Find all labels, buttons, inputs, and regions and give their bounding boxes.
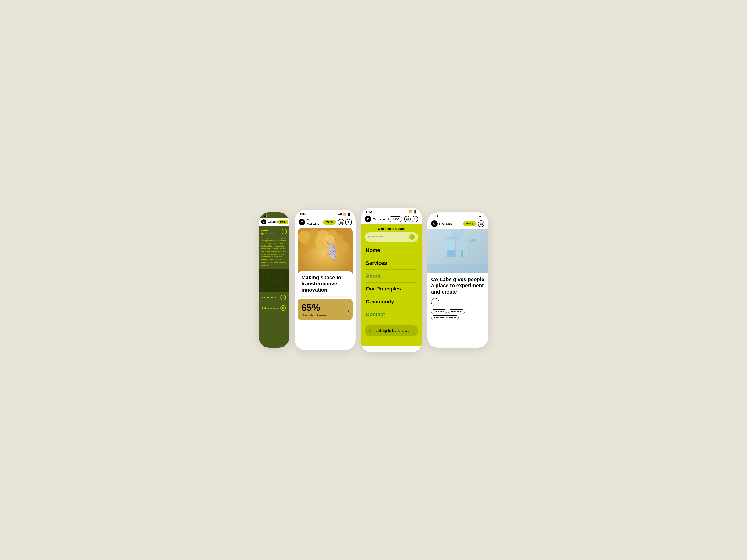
logo-mark-4: C: [431, 220, 438, 227]
leaf-image: [259, 269, 289, 292]
cta-bar[interactable]: I'm looking to build a lab: [365, 325, 418, 336]
menu-item-community[interactable]: Community: [366, 295, 417, 308]
instagram-icon-4[interactable]: 📷: [478, 220, 484, 227]
phones-showcase: C CoLabs Menu 📷 f y-step guidance 01 tho…: [259, 208, 488, 352]
stat-label: Of plants here double as: [301, 314, 349, 316]
svg-rect-39: [461, 250, 463, 257]
status-icons-2: 📶 ▐▌: [338, 213, 351, 216]
menu-item-home[interactable]: Home: [366, 244, 417, 257]
hero-image-2: [298, 228, 353, 277]
facebook-icon-3[interactable]: f: [412, 216, 418, 222]
menu-item-principles[interactable]: Our Principles: [366, 283, 417, 295]
tag-build-lab[interactable]: Build a Lab: [448, 310, 465, 314]
dot-4[interactable]: [347, 313, 350, 315]
svg-point-11: [334, 235, 343, 243]
phone-4: 1:42 ▐ C CoLabs Menu 📷: [428, 212, 488, 348]
logo-3: C CoLabs: [365, 216, 386, 222]
logo-mark-2: C: [299, 219, 305, 225]
menu-button-2[interactable]: Menu: [323, 219, 336, 225]
step-number-01: 01: [282, 229, 287, 234]
time-display-2: 1:36: [300, 212, 306, 216]
instagram-icon-2[interactable]: 📷: [338, 219, 344, 225]
menu-item-about[interactable]: About: [366, 270, 417, 283]
logo-2: C C· CoLabs: [299, 218, 323, 226]
time-display-3: 1:42: [366, 210, 372, 213]
logo-text-4: CoLabs: [439, 222, 452, 226]
navbar-2: C C· CoLabs Menu 📷 f: [295, 217, 356, 228]
navbar-3: C CoLabs Close 📷 f: [361, 214, 422, 224]
wifi-icon-3: 📶: [409, 210, 412, 213]
svg-point-13: [339, 241, 350, 252]
bottom-items: t Execution 02 t Management 03: [259, 292, 289, 313]
headline-text: Making space for transformative innovati…: [301, 275, 349, 293]
item-management: t Management: [262, 306, 279, 310]
tag-lab-space[interactable]: Lab Space: [431, 310, 447, 314]
leaf-svg: [259, 269, 289, 292]
step1-body: thorough complementary tion, we begin to…: [261, 237, 287, 266]
menu-button-4[interactable]: Menu: [463, 221, 476, 226]
signal-icon-4: [479, 216, 481, 217]
search-placeholder: Search here...: [368, 235, 407, 239]
scroll-down-button[interactable]: ↓: [431, 298, 439, 306]
nav-right-4: Menu 📷: [463, 220, 484, 227]
tags-list: Lab Space Build a Lab Innovation Facilit…: [431, 310, 484, 320]
dot-1[interactable]: [347, 303, 350, 305]
svg-text:100: 100: [469, 238, 476, 243]
battery-icon-2: ▐▌: [347, 213, 351, 216]
menu-header: Welcome to Colabs: [361, 224, 422, 232]
phone-3: 1:42 📶 ▐▌ C CoLabs Close: [361, 208, 422, 352]
logo-mark-3: C: [365, 216, 371, 222]
status-icons-3: 📶 ▐▌: [405, 210, 417, 213]
status-icons-4: ▐: [479, 215, 484, 218]
menu-bg: Welcome to Colabs Search here... 🔍 Home …: [361, 224, 422, 346]
item-execution: t Execution: [262, 296, 276, 299]
phone4-headline: Co-Labs gives people a place to experime…: [431, 276, 484, 295]
svg-rect-40: [428, 264, 488, 273]
nav-right-3: Close 📷 f: [388, 216, 418, 222]
dot-3[interactable]: [347, 310, 350, 312]
navbar-4: C CoLabs Menu 📷: [428, 219, 488, 229]
phone-partial-left: C CoLabs Menu 📷 f y-step guidance 01 tho…: [259, 212, 289, 348]
wifi-icon-2: 📶: [343, 213, 346, 216]
dot-2[interactable]: [347, 307, 350, 309]
close-button[interactable]: Close: [388, 216, 402, 222]
svg-point-12: [298, 245, 307, 255]
logo-text-3: CoLabs: [373, 217, 386, 221]
status-bar-2: 1:36 📶 ▐▌: [295, 210, 356, 217]
phone4-content: Co-Labs gives people a place to experime…: [428, 273, 488, 323]
search-bar[interactable]: Search here... 🔍: [365, 232, 418, 242]
menu-item-contact[interactable]: Contact: [366, 308, 417, 321]
hero-image-4: 100: [428, 229, 488, 273]
status-bar-4: 1:42 ▐: [428, 212, 488, 219]
instagram-icon-3[interactable]: 📷: [404, 216, 411, 222]
logo-text: CoLabs: [268, 220, 278, 223]
nav-right-2: Menu 📷 f: [323, 219, 352, 225]
logo-4: C CoLabs: [431, 220, 452, 227]
tag-innovation[interactable]: Innovation Facilitation: [431, 316, 459, 320]
menu-item-services[interactable]: Services: [366, 257, 417, 270]
step1-title: y-step guidance: [261, 229, 282, 235]
signal-icon: [263, 215, 267, 217]
step-number-02: 02: [280, 295, 286, 300]
menu-button[interactable]: Menu: [278, 220, 288, 224]
cta-text: I'm looking to build a lab: [368, 328, 409, 332]
search-button[interactable]: 🔍: [409, 234, 415, 240]
facebook-icon-2[interactable]: f: [345, 219, 352, 225]
stat-section: 65% Of plants here double as: [298, 299, 353, 320]
slide-dots: [347, 303, 350, 315]
signal-icon-3: [405, 211, 408, 213]
status-bar-3: 1:42 📶 ▐▌: [361, 208, 422, 214]
hero-creature-svg: [298, 228, 353, 277]
headline-card: Making space for transformative innovati…: [298, 271, 353, 296]
svg-rect-36: [465, 241, 468, 257]
menu-items-list: Home Services About Our Principles Commu…: [361, 243, 422, 322]
battery-icon-4: ▐: [482, 215, 484, 218]
svg-rect-34: [446, 250, 455, 257]
lab-svg: 100: [428, 229, 488, 273]
battery-icon-3: ▐▌: [413, 211, 417, 213]
signal-icon-2: [338, 213, 342, 215]
step-number-03: 03: [280, 305, 286, 311]
logo: C CoLabs: [261, 219, 278, 224]
logo-mark: C: [261, 219, 266, 224]
time-display-4: 1:42: [432, 215, 438, 218]
